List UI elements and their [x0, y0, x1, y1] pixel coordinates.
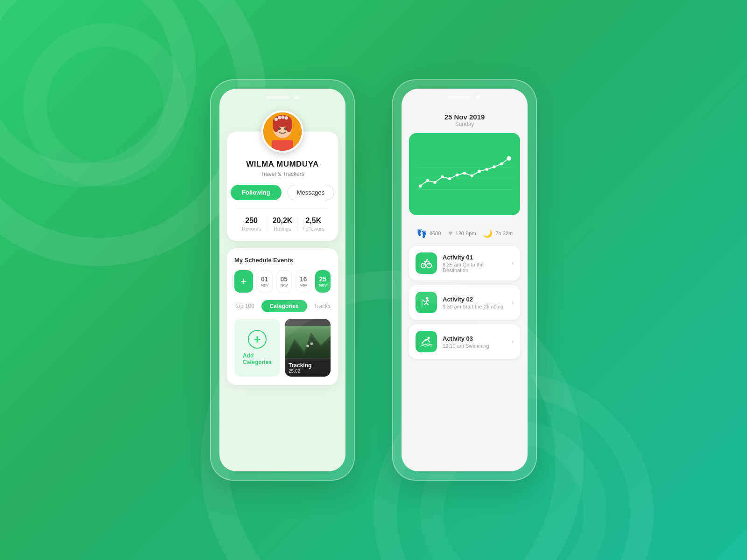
- activity-item-3[interactable]: Activity 03 12:10 am Swimming ›: [409, 324, 520, 359]
- schedule-title: My Schedule Events: [234, 257, 331, 264]
- svg-point-5: [285, 119, 292, 132]
- stat-records: 250 Records: [236, 217, 267, 231]
- activity-chart: [416, 140, 513, 206]
- svg-point-26: [456, 174, 458, 176]
- sleep-metric: 🌙 7h 32m: [483, 228, 513, 238]
- phone1-camera: [294, 95, 299, 100]
- activity-content: 25 Nov 2019 Sunday: [402, 104, 528, 368]
- filter-tracks[interactable]: Tracks: [314, 303, 331, 309]
- activity-icon-3: [416, 331, 437, 352]
- chevron-icon-2: ›: [511, 298, 514, 307]
- stat-followers-value: 2,5K: [298, 217, 329, 225]
- profile-actions: Following Messages: [236, 185, 329, 200]
- activity-info-2: Activity 02 9:30 am Start the Climbing: [443, 296, 506, 309]
- phone2-camera: [476, 95, 481, 100]
- phone1-topbar: [219, 89, 345, 104]
- add-categories-button[interactable]: + AddCategories: [234, 319, 280, 377]
- activity-item-1[interactable]: Activity 01 6:35 am Go to the Destinatio…: [409, 246, 520, 280]
- profile-card: WILMA MUMDUYA Travel & Trackers Followin…: [227, 132, 338, 241]
- svg-point-6: [275, 118, 278, 121]
- svg-point-16: [306, 345, 309, 348]
- activity-list-wrapper: Activity 01 6:35 am Go to the Destinatio…: [409, 246, 520, 359]
- stats-bar: 👣 8600 ♥ 120 Bpm 🌙 7h 32m: [409, 223, 520, 238]
- svg-point-7: [278, 116, 281, 119]
- add-date-button[interactable]: +: [234, 270, 253, 293]
- activity-list: Activity 01 6:35 am Go to the Destinatio…: [409, 246, 520, 359]
- add-categories-label: AddCategories: [243, 352, 272, 365]
- svg-rect-12: [272, 140, 293, 151]
- swim-icon: [420, 336, 432, 348]
- svg-point-32: [500, 162, 503, 165]
- filter-row: Top 100 Categories Tracks: [234, 300, 331, 312]
- deco-circle-2: [23, 23, 187, 187]
- svg-point-22: [426, 179, 429, 182]
- activity-time-2: 9:30 am Start the Climbing: [443, 304, 506, 309]
- tracking-category[interactable]: Tracking 25.02: [285, 319, 331, 377]
- phone2-topbar: [402, 89, 528, 104]
- deco-circle-1: [0, 0, 196, 187]
- heart-metric: ♥ 120 Bpm: [448, 228, 476, 238]
- activity-name-1: Activity 01: [443, 254, 506, 261]
- profile-name: WILMA MUMDUYA: [236, 160, 329, 169]
- track-label: Tracking: [289, 362, 327, 369]
- chart-container: [409, 133, 520, 215]
- stat-ratings-label: Ratings: [267, 226, 297, 231]
- stat-records-value: 250: [236, 217, 267, 225]
- heart-value: 120 Bpm: [456, 231, 476, 236]
- chevron-icon-3: ›: [511, 337, 514, 346]
- svg-point-17: [310, 343, 313, 345]
- track-num: 25.02: [289, 369, 327, 374]
- date-row: + 01 Nov 05 Nov 16 Nov 25 Nov: [234, 270, 331, 293]
- categories-grid: + AddCategories: [234, 319, 331, 377]
- date-chip-16[interactable]: 16 Nov: [296, 270, 311, 293]
- following-button[interactable]: Following: [231, 185, 282, 200]
- svg-point-23: [433, 181, 436, 184]
- activity-time-1: 6:35 am Go to the Destination: [443, 262, 506, 273]
- filter-top100[interactable]: Top 100: [234, 303, 254, 309]
- svg-point-31: [493, 165, 495, 168]
- sleep-value: 7h 32m: [495, 231, 513, 236]
- bike-icon: [420, 257, 432, 269]
- big-date: 25 Nov 2019: [409, 113, 520, 121]
- avatar: [261, 111, 303, 153]
- sleep-icon: 🌙: [483, 229, 493, 238]
- svg-point-30: [485, 168, 488, 171]
- date-header: 25 Nov 2019 Sunday: [409, 104, 520, 133]
- svg-point-27: [463, 172, 466, 175]
- activity-icon-1: [416, 252, 437, 274]
- track-overlay: Tracking 25.02: [285, 359, 331, 377]
- stats-row: 250 Records 20,2K Ratings 2,5K Followers: [236, 209, 329, 231]
- phone1: WILMA MUMDUYA Travel & Trackers Followin…: [210, 79, 355, 481]
- filter-categories[interactable]: Categories: [261, 300, 307, 312]
- phone2: 25 Nov 2019 Sunday: [392, 79, 537, 481]
- steps-value: 8600: [430, 231, 441, 236]
- date-chip-05[interactable]: 05 Nov: [276, 270, 292, 293]
- svg-point-11: [284, 127, 287, 130]
- svg-point-28: [471, 174, 473, 177]
- svg-point-36: [427, 259, 428, 260]
- svg-point-21: [419, 185, 422, 188]
- svg-point-33: [507, 156, 511, 161]
- date-chip-25[interactable]: 25 Nov: [315, 270, 331, 293]
- steps-metric: 👣 8600: [416, 228, 441, 238]
- svg-point-37: [426, 297, 429, 300]
- svg-point-41: [428, 337, 430, 339]
- plus-icon: +: [248, 330, 267, 349]
- svg-point-29: [478, 170, 481, 173]
- heart-icon: ♥: [448, 229, 453, 238]
- activity-info-3: Activity 03 12:10 am Swimming: [443, 335, 506, 349]
- chevron-icon-1: ›: [511, 259, 514, 267]
- messages-button[interactable]: Messages: [287, 185, 334, 200]
- phone2-speaker: [448, 96, 472, 99]
- activity-name-3: Activity 03: [443, 335, 506, 342]
- stat-ratings-value: 20,2K: [267, 217, 297, 225]
- profile-subtitle: Travel & Trackers: [236, 171, 329, 177]
- activity-item-2[interactable]: Activity 02 9:30 am Start the Climbing ›: [409, 285, 520, 320]
- day-name: Sunday: [409, 121, 520, 127]
- activity-time-3: 12:10 am Swimming: [443, 343, 506, 349]
- activity-icon-2: [416, 292, 437, 313]
- climbing-icon: [420, 296, 432, 308]
- date-chip-01[interactable]: 01 Nov: [257, 270, 273, 293]
- track-image: [285, 319, 331, 365]
- stat-records-label: Records: [236, 226, 267, 231]
